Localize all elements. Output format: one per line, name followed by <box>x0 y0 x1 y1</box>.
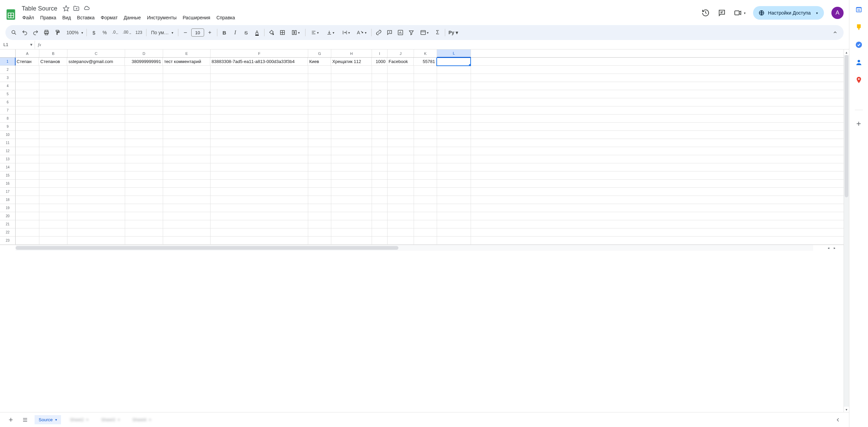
row-header[interactable]: 5 <box>0 90 16 98</box>
cell[interactable] <box>331 90 372 98</box>
row-header[interactable]: 8 <box>0 115 16 123</box>
cell[interactable] <box>163 228 211 237</box>
cell[interactable] <box>163 106 211 115</box>
cell[interactable] <box>388 163 414 171</box>
cell[interactable] <box>163 82 211 90</box>
cell[interactable] <box>372 90 388 98</box>
cell[interactable] <box>437 180 471 188</box>
cell[interactable] <box>211 196 308 204</box>
all-sheets-icon[interactable] <box>20 415 30 425</box>
share-button[interactable]: Настройки Доступа ▾ <box>753 6 824 20</box>
cell[interactable] <box>67 90 125 98</box>
cell[interactable] <box>67 204 125 212</box>
cell[interactable]: sstepanov@gmail.com <box>67 58 125 66</box>
cell[interactable] <box>16 188 39 196</box>
cell[interactable] <box>125 90 163 98</box>
column-header[interactable]: C <box>67 49 125 57</box>
cell[interactable] <box>125 98 163 106</box>
cell[interactable] <box>437 196 471 204</box>
cell[interactable] <box>16 212 39 220</box>
decrease-decimal-icon[interactable]: .0← <box>111 27 121 38</box>
cell[interactable] <box>67 163 125 171</box>
cell[interactable] <box>308 123 331 131</box>
cell[interactable] <box>16 204 39 212</box>
insert-chart-icon[interactable] <box>395 27 406 38</box>
cell[interactable] <box>437 131 471 139</box>
cell[interactable] <box>67 123 125 131</box>
cell[interactable] <box>308 82 331 90</box>
cell[interactable] <box>163 220 211 228</box>
star-icon[interactable] <box>63 5 70 12</box>
cell[interactable] <box>437 115 471 123</box>
cell[interactable] <box>331 228 372 237</box>
meet-icon[interactable]: ▾ <box>734 8 746 17</box>
cell[interactable] <box>163 139 211 147</box>
cell[interactable] <box>39 106 67 115</box>
cell[interactable] <box>163 147 211 155</box>
document-title[interactable]: Table Source <box>20 4 59 13</box>
cell[interactable] <box>372 82 388 90</box>
cell[interactable] <box>39 163 67 171</box>
cell[interactable] <box>437 66 471 74</box>
cell[interactable] <box>388 220 414 228</box>
account-avatar[interactable]: A <box>831 7 844 19</box>
cell[interactable] <box>331 115 372 123</box>
cell[interactable] <box>67 98 125 106</box>
cell[interactable]: Facebook <box>387 58 414 66</box>
cell[interactable] <box>211 228 308 237</box>
cell[interactable] <box>211 180 308 188</box>
collapse-toolbar-icon[interactable] <box>830 27 840 38</box>
search-menus-icon[interactable] <box>9 27 19 38</box>
cell[interactable] <box>388 131 414 139</box>
cell[interactable] <box>67 139 125 147</box>
cell[interactable] <box>125 123 163 131</box>
cell[interactable] <box>211 155 308 163</box>
cell[interactable] <box>308 188 331 196</box>
cell[interactable] <box>125 66 163 74</box>
cell[interactable] <box>125 204 163 212</box>
sheet-tab[interactable]: Sheet3▾ <box>97 415 123 424</box>
cell[interactable] <box>372 115 388 123</box>
cell[interactable] <box>125 155 163 163</box>
cell[interactable] <box>39 123 67 131</box>
v-align-icon[interactable]: ▾ <box>323 27 338 38</box>
cell[interactable] <box>331 171 372 180</box>
cell[interactable] <box>211 106 308 115</box>
cell[interactable] <box>211 163 308 171</box>
cell[interactable] <box>372 237 388 245</box>
text-color-icon[interactable]: A <box>252 27 262 38</box>
cell[interactable] <box>388 106 414 115</box>
cell[interactable] <box>331 147 372 155</box>
cell[interactable] <box>16 139 39 147</box>
cell[interactable] <box>67 220 125 228</box>
font-select[interactable]: По ум…▾ <box>149 27 176 38</box>
cell[interactable] <box>308 74 331 82</box>
history-icon[interactable] <box>701 8 710 17</box>
cell[interactable] <box>388 115 414 123</box>
cell[interactable] <box>308 212 331 220</box>
cell[interactable]: 1000 <box>372 58 387 66</box>
cell[interactable] <box>437 163 471 171</box>
cell[interactable] <box>372 139 388 147</box>
cell[interactable] <box>414 90 437 98</box>
bold-icon[interactable]: B <box>219 27 230 38</box>
font-size-input[interactable]: 10 <box>191 28 204 37</box>
cell[interactable] <box>16 123 39 131</box>
cell[interactable]: 55781 <box>414 58 437 66</box>
borders-icon[interactable] <box>277 27 288 38</box>
cell[interactable] <box>67 74 125 82</box>
cell[interactable] <box>39 131 67 139</box>
row-header[interactable]: 15 <box>0 171 16 180</box>
cell[interactable] <box>125 163 163 171</box>
cell[interactable] <box>16 196 39 204</box>
menu-расширения[interactable]: Расширения <box>180 14 213 22</box>
cell[interactable] <box>414 74 437 82</box>
cell[interactable] <box>308 115 331 123</box>
cell[interactable] <box>414 147 437 155</box>
cell[interactable] <box>16 228 39 237</box>
cell[interactable] <box>437 237 471 245</box>
cell[interactable] <box>388 66 414 74</box>
menu-справка[interactable]: Справка <box>214 14 238 22</box>
cell[interactable] <box>125 212 163 220</box>
row-header[interactable]: 1 <box>0 58 16 66</box>
